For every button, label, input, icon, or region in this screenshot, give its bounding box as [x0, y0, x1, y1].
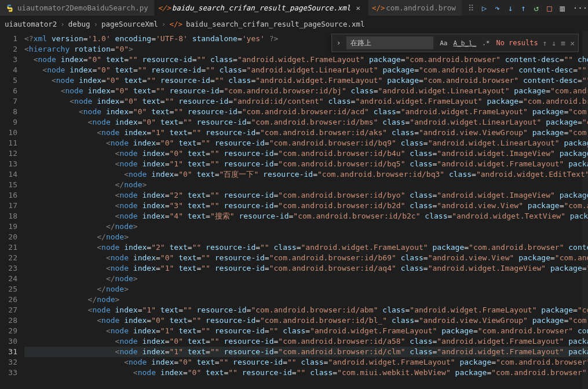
line-number-gutter: 1234567891011121314151617181920212223242… [0, 31, 24, 389]
tab-label: baidu_search_crifan_result_pageSource.xm… [172, 3, 351, 12]
toggle-replace-icon[interactable]: › [335, 39, 342, 47]
breadcrumb-segment[interactable]: debug [68, 20, 90, 28]
restart-icon[interactable]: ↺ [534, 3, 539, 13]
stop-icon[interactable]: □ [547, 3, 552, 13]
match-case-toggle[interactable]: Aa [438, 39, 449, 48]
tab-xml-file-active[interactable]: </> baidu_search_crifan_result_pageSourc… [155, 0, 369, 16]
xml-icon: </> [374, 4, 382, 12]
find-input[interactable] [346, 37, 433, 49]
step-over-icon[interactable]: ↷ [495, 3, 499, 13]
debug-toolbar: ⠿ ▷ ↷ ↓ ↑ ↺ □ ▥ ··· [462, 0, 588, 16]
tab-label: com.android.brow [386, 3, 455, 12]
next-match-icon[interactable]: ↓ [552, 39, 557, 48]
breadcrumb-segment[interactable]: uiautomator2 [5, 20, 57, 28]
breadcrumb-segment[interactable]: baidu_search_crifan_result_pageSource.xm… [186, 20, 365, 28]
find-options: Aa A̲b̲l̲ .* [438, 39, 491, 48]
close-icon[interactable]: ✕ [354, 3, 362, 12]
tab-python-file[interactable]: uiautomator2DemoBaiduSearch.py [0, 0, 155, 16]
text-editor[interactable]: 1234567891011121314151617181920212223242… [0, 31, 588, 389]
tab-label: uiautomator2DemoBaiduSearch.py [17, 3, 148, 12]
prev-match-icon[interactable]: ↑ [543, 39, 547, 48]
minimap[interactable] [582, 31, 588, 389]
breadcrumb: uiautomator2 › debug › pageSourceXml › <… [0, 16, 588, 31]
step-into-icon[interactable]: ↓ [508, 3, 513, 13]
step-out-icon[interactable]: ↑ [521, 3, 525, 13]
chevron-right-icon: › [60, 20, 65, 28]
close-find-icon[interactable]: ✕ [570, 39, 575, 48]
find-widget: › Aa A̲b̲l̲ .* No results ↑ ↓ ≡ ✕ [331, 34, 579, 52]
more-actions-icon[interactable]: ··· [573, 3, 587, 13]
python-icon [6, 4, 14, 12]
xml-icon: </> [169, 20, 182, 28]
find-in-selection-icon[interactable]: ≡ [561, 39, 565, 48]
breadcrumb-segment[interactable]: pageSourceXml [101, 20, 158, 28]
code-content[interactable]: <?xml version='1.0' encoding='UTF-8' sta… [24, 31, 588, 389]
split-editor-icon[interactable]: ▥ [560, 3, 564, 13]
tab-bar: uiautomator2DemoBaiduSearch.py </> baidu… [0, 0, 588, 16]
match-word-toggle[interactable]: A̲b̲l̲ [451, 39, 478, 48]
find-results-label: No results [496, 39, 538, 47]
chevron-right-icon: › [162, 20, 166, 28]
xml-icon: </> [160, 4, 169, 12]
find-nav: ↑ ↓ ≡ ✕ [543, 39, 575, 48]
continue-icon[interactable]: ▷ [482, 3, 487, 13]
drag-handle-icon[interactable]: ⠿ [468, 3, 474, 13]
regex-toggle[interactable]: .* [480, 39, 491, 48]
chevron-right-icon: › [93, 20, 98, 28]
tab-xml-file[interactable]: </> com.android.brow [368, 0, 462, 16]
editor-area: › Aa A̲b̲l̲ .* No results ↑ ↓ ≡ ✕ 123456… [0, 31, 588, 389]
